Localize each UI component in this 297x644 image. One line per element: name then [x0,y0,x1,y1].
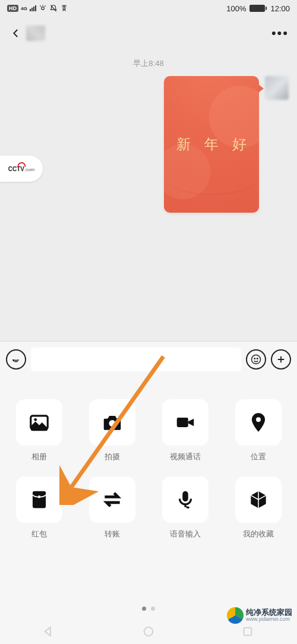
nav-home-icon[interactable] [142,625,155,638]
cctv-logo: CCTV.com [8,166,35,172]
plus-icon [276,354,286,365]
tool-red-packet[interactable]: 红包 [8,476,69,539]
message-timestamp: 早上8:48 [0,50,297,69]
tool-label: 转账 [105,529,120,539]
emoji-button[interactable] [246,349,266,370]
tool-label: 我的收藏 [243,529,274,539]
nav-back-icon[interactable] [43,625,56,638]
chevron-left-icon [11,28,21,39]
tool-album[interactable]: 相册 [8,399,69,462]
tool-voice-input[interactable]: 语音输入 [154,476,216,539]
image-icon [28,411,50,434]
svg-point-8 [256,417,261,422]
alipay-icon [60,4,68,12]
back-button[interactable] [8,26,24,41]
video-icon [174,411,197,434]
battery-percent: 100% [226,4,246,13]
title-bar: ••• [0,17,297,50]
microphone-icon [174,488,197,511]
nav-recent-icon[interactable] [241,625,254,638]
input-bar [0,341,297,377]
hd-badge: HD [7,5,18,12]
tool-transfer[interactable]: 转账 [81,476,143,539]
floating-bubble[interactable]: CCTV.com [0,156,43,182]
svg-point-2 [254,358,255,359]
sender-avatar[interactable] [265,76,289,100]
svg-rect-9 [32,491,45,509]
tool-label: 拍摄 [105,452,120,462]
pin-icon [247,411,270,434]
svg-point-3 [257,358,258,359]
message-row: 新 年 好 [0,69,297,213]
contact-name [26,26,45,41]
tool-label: 视频通话 [170,452,201,462]
plus-button[interactable] [271,349,291,370]
battery-icon [249,5,267,12]
svg-rect-11 [182,491,188,501]
svg-rect-14 [244,628,251,636]
camera-icon [101,411,124,434]
attachment-panel: 相册 拍摄 视频通话 位置 红包 转账 语音输入 我的收藏 [0,377,297,644]
signal-icon [30,5,36,11]
soundwave-icon [11,355,21,364]
mute-icon [49,4,58,12]
tool-video-call[interactable]: 视频通话 [154,399,216,462]
tool-label: 红包 [31,529,47,539]
tool-camera[interactable]: 拍摄 [81,399,143,462]
tool-location[interactable]: 位置 [228,399,289,462]
svg-point-5 [34,418,37,421]
transfer-icon [101,488,124,511]
clock: 12:00 [270,4,290,13]
red-packet-message[interactable]: 新 年 好 [164,76,259,213]
more-button[interactable]: ••• [271,26,289,41]
tool-favorites[interactable]: 我的收藏 [228,476,289,539]
eye-icon [39,4,47,12]
android-navbar [0,619,297,644]
smile-icon [251,354,261,365]
red-packet-greeting: 新 年 好 [172,135,251,154]
chat-area: 早上8:48 新 年 好 CCTV.com [0,50,297,341]
red-envelope-icon [28,488,50,511]
tool-label: 相册 [31,452,47,462]
page-indicator [0,607,297,611]
network-indicator: 4G [21,6,27,11]
voice-toggle-button[interactable] [6,349,26,370]
cube-icon [247,488,270,511]
tool-label: 语音输入 [170,529,201,539]
tool-label: 位置 [251,452,266,462]
svg-point-0 [41,7,44,10]
message-input[interactable] [31,348,241,371]
status-bar: HD 4G 100% 12:00 [0,0,297,17]
svg-point-6 [109,420,115,427]
svg-point-10 [37,495,40,498]
svg-point-1 [252,355,261,364]
svg-rect-7 [176,418,188,427]
svg-point-13 [144,627,153,636]
